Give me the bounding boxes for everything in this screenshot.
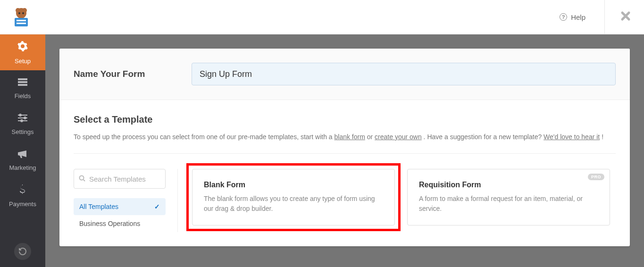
help-link[interactable]: ? Help xyxy=(560,13,585,21)
blank-form-link[interactable]: blank form xyxy=(335,133,365,141)
sidebar: Setup Fields Settings Marketing Payments xyxy=(0,34,45,267)
template-desc: To speed up the process you can select f… xyxy=(74,132,616,142)
svg-point-2 xyxy=(22,8,27,13)
wpforms-logo-icon xyxy=(10,6,33,28)
help-label: Help xyxy=(571,13,585,21)
divider xyxy=(604,0,605,34)
template-cards: Blank Form The blank form allows you to … xyxy=(177,169,616,232)
card-desc: A form to make a formal request for an i… xyxy=(419,194,598,214)
template-card-requisition-wrap: Requisition Form A form to make a formal… xyxy=(407,169,610,225)
content-backdrop: Name Your Form Select a Template To spee… xyxy=(45,34,644,267)
category-business-operations[interactable]: Business Operations xyxy=(74,215,166,232)
svg-point-1 xyxy=(16,8,20,13)
sidebar-item-fields[interactable]: Fields xyxy=(0,70,45,106)
sidebar-label: Payments xyxy=(9,200,36,208)
template-title: Select a Template xyxy=(74,114,616,125)
svg-point-15 xyxy=(24,117,26,119)
svg-rect-10 xyxy=(18,84,27,86)
svg-point-7 xyxy=(22,12,24,14)
sidebar-item-setup[interactable]: Setup xyxy=(0,34,45,70)
sidebar-item-payments[interactable]: Payments xyxy=(0,178,45,214)
template-card-blank-form[interactable]: Blank Form The blank form allows you to … xyxy=(192,169,395,225)
check-icon: ✓ xyxy=(154,203,160,210)
sidebar-bottom xyxy=(0,243,45,267)
topbar: ? Help xyxy=(0,0,644,34)
sidebar-label: Marketing xyxy=(9,164,36,171)
svg-rect-8 xyxy=(18,78,27,80)
sidebar-label: Fields xyxy=(15,92,31,100)
category-all-templates[interactable]: All Templates ✓ xyxy=(74,198,166,215)
desc-text: . Have a suggestion for a new template? xyxy=(424,133,544,141)
list-icon xyxy=(17,77,28,90)
create-own-link[interactable]: create your own xyxy=(375,133,422,141)
sidebar-item-marketing[interactable]: Marketing xyxy=(0,142,45,178)
svg-point-14 xyxy=(19,114,21,116)
card-desc: The blank form allows you to create any … xyxy=(204,194,383,214)
feedback-link[interactable]: We'd love to hear it xyxy=(544,133,600,141)
template-card-requisition[interactable]: Requisition Form A form to make a formal… xyxy=(407,169,610,225)
search-icon xyxy=(79,175,85,183)
template-left-column: All Templates ✓ Business Operations xyxy=(74,169,166,232)
search-templates[interactable] xyxy=(74,169,166,189)
name-section: Name Your Form xyxy=(59,49,630,100)
template-body: All Templates ✓ Business Operations Blan… xyxy=(74,153,616,232)
card-title: Blank Form xyxy=(204,181,383,189)
form-name-label: Name Your Form xyxy=(74,69,173,79)
megaphone-icon xyxy=(17,149,28,161)
setup-panel: Name Your Form Select a Template To spee… xyxy=(59,49,630,246)
close-button[interactable] xyxy=(617,9,635,25)
topbar-right: ? Help xyxy=(560,0,635,34)
svg-point-6 xyxy=(18,12,20,14)
category-label: All Templates xyxy=(79,203,118,210)
sidebar-label: Settings xyxy=(12,128,34,135)
svg-rect-5 xyxy=(17,23,26,24)
desc-text: or xyxy=(367,133,375,141)
svg-rect-9 xyxy=(18,81,27,83)
history-button[interactable] xyxy=(14,243,31,260)
search-input[interactable] xyxy=(89,175,160,183)
form-name-input[interactable] xyxy=(192,63,616,85)
desc-text: To speed up the process you can select f… xyxy=(74,133,335,141)
category-label: Business Operations xyxy=(79,220,140,227)
close-icon xyxy=(620,11,631,21)
card-title: Requisition Form xyxy=(419,181,598,189)
svg-rect-3 xyxy=(15,18,28,26)
help-icon: ? xyxy=(560,13,567,21)
pro-badge: PRO xyxy=(588,174,604,180)
svg-rect-4 xyxy=(17,20,26,21)
gear-icon xyxy=(17,41,28,55)
sliders-icon xyxy=(17,113,28,125)
category-list: All Templates ✓ Business Operations xyxy=(74,198,166,232)
svg-line-18 xyxy=(84,180,85,181)
template-section: Select a Template To speed up the proces… xyxy=(59,100,630,246)
svg-point-16 xyxy=(21,120,23,122)
sidebar-item-settings[interactable]: Settings xyxy=(0,106,45,142)
template-card-blank-form-wrap: Blank Form The blank form allows you to … xyxy=(192,169,395,225)
dollar-icon xyxy=(19,184,26,198)
history-icon xyxy=(18,247,27,256)
svg-point-17 xyxy=(80,175,84,180)
desc-text: ! xyxy=(602,133,603,141)
sidebar-label: Setup xyxy=(15,58,31,65)
app-logo xyxy=(7,3,35,31)
